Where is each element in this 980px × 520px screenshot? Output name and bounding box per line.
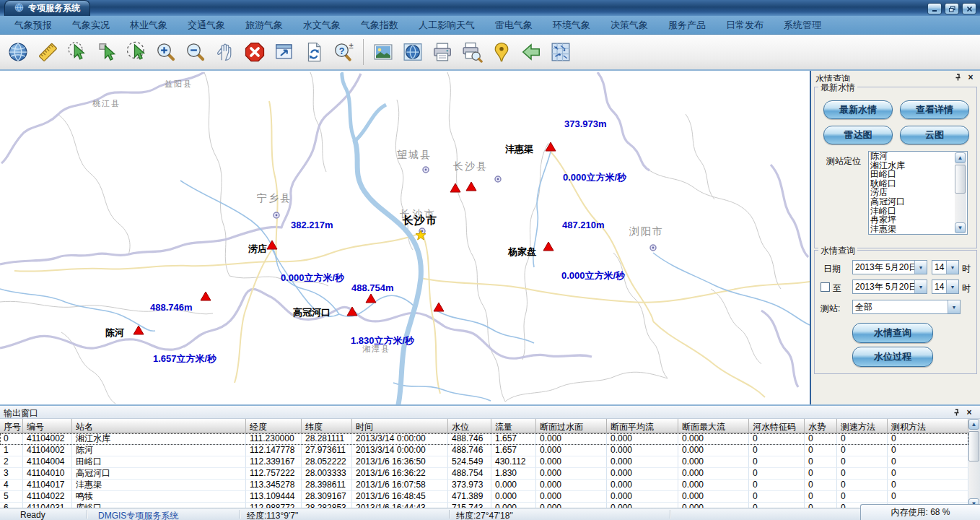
measure-icon[interactable] <box>35 38 60 66</box>
menu-item-日常发布[interactable]: 日常发布 <box>716 16 774 34</box>
menu-item-环境气象[interactable]: 环境气象 <box>543 16 600 34</box>
select-features-icon[interactable] <box>65 38 89 66</box>
button-最新水情[interactable]: 最新水情 <box>823 100 893 119</box>
chevron-down-icon[interactable]: ▼ <box>946 261 958 274</box>
table-row[interactable]: 341104010高冠河口112.75722228.0033332013/1/6… <box>0 468 968 480</box>
column-header-断面平均流[interactable]: 断面平均流 <box>607 419 678 433</box>
scroll-up-icon[interactable]: ▲ <box>955 152 966 163</box>
chevron-down-icon[interactable]: ▼ <box>948 300 960 313</box>
restore-button[interactable] <box>945 3 959 14</box>
table-cell: 沣惠渠 <box>72 480 246 491</box>
column-header-断面最大流[interactable]: 断面最大流 <box>678 419 749 433</box>
map-view-icon[interactable] <box>401 38 425 66</box>
back-icon[interactable] <box>519 38 543 66</box>
button-水情查询[interactable]: 水情查询 <box>852 323 933 343</box>
button-查看详情[interactable]: 查看详情 <box>900 100 969 119</box>
table-row[interactable]: 141104002陈河112.14777827.9736112013/3/14 … <box>0 445 968 456</box>
table-cell: 41104002 <box>23 433 72 445</box>
column-header-序号[interactable]: 序号 <box>0 419 23 433</box>
minimize-button[interactable] <box>927 3 942 14</box>
map-canvas[interactable]: 益阳县桃江县宁乡县望城县长沙县长沙市长沙市浏阳市湘潭县沣惠渠涝店杨家盘高冠河口陈… <box>0 72 810 404</box>
to-date-checkbox[interactable] <box>821 282 830 292</box>
zoom-in-icon[interactable] <box>154 38 178 66</box>
button-雷达图[interactable]: 雷达图 <box>823 126 893 144</box>
table-cell: 鸣犊 <box>72 491 246 503</box>
menu-item-交通气象[interactable]: 交通气象 <box>178 16 235 34</box>
pan-icon[interactable] <box>213 38 237 66</box>
memory-usage-text: 内存使用: 68 % <box>891 506 950 519</box>
menu-item-旅游气象[interactable]: 旅游气象 <box>235 16 293 34</box>
scroll-up-icon[interactable]: ▲ <box>968 419 979 430</box>
panel-close-icon[interactable]: × <box>966 72 976 82</box>
table-row[interactable]: 541104022鸣犊113.10944428.3091672013/1/6 1… <box>0 491 968 503</box>
column-header-站名[interactable]: 站名 <box>72 419 246 433</box>
menu-item-系统管理[interactable]: 系统管理 <box>774 16 831 34</box>
globe-icon[interactable] <box>6 38 30 66</box>
zoom-out-icon[interactable] <box>183 38 208 66</box>
column-header-流量[interactable]: 流量 <box>491 419 536 433</box>
chevron-down-icon[interactable]: ▼ <box>914 261 927 274</box>
panel-pin-icon[interactable] <box>953 72 963 82</box>
scroll-thumb[interactable] <box>955 165 966 194</box>
column-header-水位[interactable]: 水位 <box>448 419 491 433</box>
menu-item-雷电气象[interactable]: 雷电气象 <box>485 16 543 34</box>
image-export-icon[interactable] <box>371 38 395 66</box>
station-list-item[interactable]: 陈河 <box>869 152 967 161</box>
scroll-thumb[interactable] <box>968 431 979 462</box>
station-list-item[interactable]: 高冠河口 <box>869 197 967 207</box>
menu-item-林业气象[interactable]: 林业气象 <box>120 16 178 34</box>
table-cell: 0.000 <box>491 491 536 503</box>
column-header-经度[interactable]: 经度 <box>246 419 302 433</box>
menu-item-服务产品[interactable]: 服务产品 <box>658 16 716 34</box>
overview-map-icon[interactable] <box>548 38 573 66</box>
output-close-icon[interactable]: × <box>964 407 974 417</box>
station-listbox[interactable]: 陈河湘江水库田峪口耿峪口涝店高冠河口沣峪口冉家坪沣惠渠 ▲ ▼ <box>868 151 968 235</box>
table-row[interactable]: 041104002湘江水库111.23000028.2811112013/3/1… <box>0 433 968 445</box>
table-row[interactable]: 441104017沣惠渠113.34527828.3986112013/1/6 … <box>0 480 968 491</box>
locate-pin-icon[interactable] <box>489 38 514 66</box>
chevron-down-icon[interactable]: ▼ <box>946 280 958 293</box>
station-combo[interactable]: 全部▼ <box>852 300 961 314</box>
column-header-断面过水面[interactable]: 断面过水面 <box>536 419 607 433</box>
column-header-编号[interactable]: 编号 <box>23 419 72 433</box>
table-row[interactable]: 241104004田峪口112.33916728.0522222013/1/6 … <box>0 456 968 468</box>
print-icon[interactable] <box>430 38 455 66</box>
print-preview-icon[interactable] <box>460 38 484 66</box>
hour-label: 时 <box>962 263 971 275</box>
column-header-时间[interactable]: 时间 <box>352 419 448 433</box>
column-header-纬度[interactable]: 纬度 <box>302 419 352 433</box>
menu-item-气象实况[interactable]: 气象实况 <box>62 16 120 34</box>
column-header-河水特征码[interactable]: 河水特征码 <box>749 419 805 433</box>
menu-item-气象指数[interactable]: 气象指数 <box>351 16 408 34</box>
hour-to-combo[interactable]: 14▼ <box>932 280 959 294</box>
map-measurement-label: 1.657立方米/秒 <box>153 352 216 365</box>
select-circle-icon[interactable] <box>124 38 149 66</box>
station-list-item[interactable]: 冉家坪 <box>869 215 967 225</box>
identify-icon[interactable]: ?± <box>331 38 356 66</box>
refresh-icon[interactable] <box>302 38 326 66</box>
menu-item-水文气象[interactable]: 水文气象 <box>293 16 351 34</box>
column-header-测速方法[interactable]: 测速方法 <box>837 419 888 433</box>
date-to-combo[interactable]: 2013年 5月20日▼ <box>852 280 927 294</box>
menu-item-决策气象[interactable]: 决策气象 <box>600 16 658 34</box>
station-list-item[interactable]: 沣惠渠 <box>869 225 967 234</box>
scroll-down-icon[interactable]: ▼ <box>955 222 966 233</box>
table-scrollbar[interactable]: ▲ ▼ <box>968 419 980 509</box>
button-云图[interactable]: 云图 <box>900 126 969 144</box>
stop-icon[interactable] <box>242 38 267 66</box>
full-extent-icon[interactable] <box>272 38 297 66</box>
button-水位过程[interactable]: 水位过程 <box>852 347 933 367</box>
chevron-down-icon[interactable]: ▼ <box>914 280 927 293</box>
menu-item-气象预报[interactable]: 气象预报 <box>4 16 62 34</box>
station-list-item[interactable]: 田峪口 <box>869 170 967 179</box>
close-button[interactable] <box>962 3 976 14</box>
latest-water-group: 最新水情 最新水情查看详情雷达图云图 测站定位 陈河湘江水库田峪口耿峪口涝店高冠… <box>814 87 977 248</box>
hour-from-combo[interactable]: 14▼ <box>932 260 959 274</box>
date-from-combo[interactable]: 2013年 5月20日▼ <box>852 260 927 274</box>
output-pin-icon[interactable] <box>951 407 961 417</box>
select-element-icon[interactable] <box>95 38 119 66</box>
station-list-scrollbar[interactable]: ▲ ▼ <box>955 152 966 233</box>
menu-item-人工影响天气[interactable]: 人工影响天气 <box>408 16 485 34</box>
column-header-水势[interactable]: 水势 <box>805 419 837 433</box>
column-header-测积方法[interactable]: 测积方法 <box>888 419 968 433</box>
